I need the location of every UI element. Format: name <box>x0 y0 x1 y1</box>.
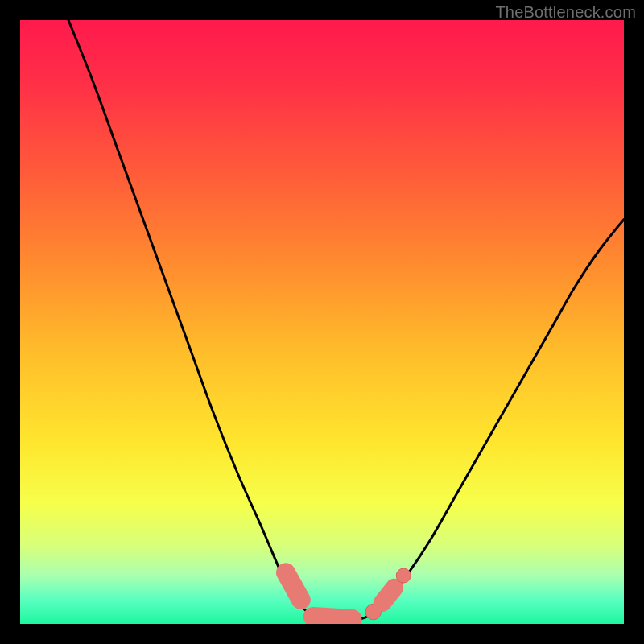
marker-capsule <box>382 588 394 603</box>
marker-capsule <box>313 617 353 619</box>
valley-markers <box>286 568 411 620</box>
chart-stage: TheBottleneck.com <box>0 0 644 644</box>
bottleneck-curve <box>68 20 624 621</box>
watermark-label: TheBottleneck.com <box>495 3 636 22</box>
marker-capsule <box>286 572 301 600</box>
curve-path <box>68 20 624 621</box>
curve-layer <box>20 20 624 624</box>
marker-dot <box>396 568 411 583</box>
plot-area <box>20 20 624 624</box>
